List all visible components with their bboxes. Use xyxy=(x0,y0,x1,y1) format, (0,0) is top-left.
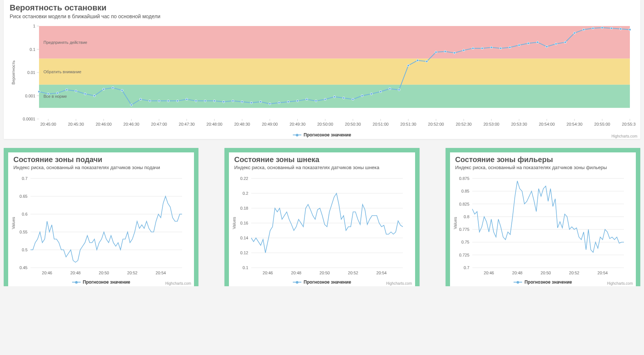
svg-text:0.1: 0.1 xyxy=(243,265,248,270)
svg-point-77 xyxy=(186,98,188,100)
svg-point-117 xyxy=(555,43,557,45)
svg-text:0.22: 0.22 xyxy=(240,176,248,181)
svg-point-67 xyxy=(93,95,96,97)
screw-chart[interactable]: 0.10.120.140.160.180.20.2220:4620:4820:5… xyxy=(229,173,415,286)
svg-point-114 xyxy=(527,42,530,45)
svg-text:0.825: 0.825 xyxy=(459,202,469,206)
svg-text:0.725: 0.725 xyxy=(459,253,469,257)
svg-point-121 xyxy=(592,27,594,29)
svg-text:20:54: 20:54 xyxy=(598,271,608,275)
svg-text:20:46: 20:46 xyxy=(484,271,494,275)
zone-die-card: Состояние зоны фильеры Индекс риска, осн… xyxy=(446,148,640,286)
svg-point-65 xyxy=(75,90,77,92)
svg-point-97 xyxy=(370,93,372,95)
svg-point-64 xyxy=(66,89,68,91)
svg-point-107 xyxy=(463,49,465,51)
svg-text:20:50: 20:50 xyxy=(541,271,551,275)
legend-marker-icon xyxy=(293,134,301,136)
svg-text:20:45:30: 20:45:30 xyxy=(68,122,84,126)
svg-text:Values: Values xyxy=(11,217,16,229)
svg-text:0.875: 0.875 xyxy=(459,176,469,181)
svg-text:20:51:00: 20:51:00 xyxy=(373,122,389,126)
legend-marker-icon xyxy=(72,281,81,284)
chart-credit-link[interactable]: Highcharts.com xyxy=(165,281,191,285)
svg-point-125 xyxy=(629,29,631,31)
panel-subtitle: Риск остановки модели в ближайший час по… xyxy=(4,13,640,22)
card-subtitle: Индекс риска, основанный на показателях … xyxy=(8,164,194,173)
svg-point-68 xyxy=(103,88,105,90)
svg-text:0.18: 0.18 xyxy=(240,206,248,210)
die-chart[interactable]: 0.70.7250.750.7750.80.8250.850.87520:462… xyxy=(450,173,636,286)
svg-text:0.14: 0.14 xyxy=(240,236,248,240)
card-subtitle: Индекс риска, основанный на показателях … xyxy=(229,164,415,173)
svg-point-70 xyxy=(121,89,123,91)
svg-text:0.01: 0.01 xyxy=(27,70,35,75)
svg-text:0.6: 0.6 xyxy=(22,212,27,216)
svg-point-72 xyxy=(139,98,142,100)
svg-point-93 xyxy=(333,96,336,98)
svg-point-78 xyxy=(195,100,197,102)
svg-point-74 xyxy=(158,100,160,102)
card-title: Состояние зоны подачи xyxy=(8,152,194,164)
legend-label: Прогнозное значение xyxy=(304,132,351,138)
svg-text:0.5: 0.5 xyxy=(22,248,27,252)
svg-text:20:54:00: 20:54:00 xyxy=(539,122,555,126)
svg-text:20:49:00: 20:49:00 xyxy=(262,122,278,126)
svg-text:20:54: 20:54 xyxy=(156,271,166,275)
svg-point-100 xyxy=(398,89,400,91)
legend-label: Прогнозное значение xyxy=(524,280,572,285)
svg-rect-2 xyxy=(39,26,630,58)
svg-text:1: 1 xyxy=(33,24,35,28)
svg-text:20:52: 20:52 xyxy=(569,271,579,275)
svg-text:0.45: 0.45 xyxy=(20,265,27,270)
svg-rect-1 xyxy=(39,58,630,84)
svg-text:Все в норме: Все в норме xyxy=(43,94,67,99)
legend[interactable]: Прогнозное значение xyxy=(4,130,640,139)
chart-credit-link[interactable]: Highcharts.com xyxy=(386,281,412,285)
svg-text:20:46:00: 20:46:00 xyxy=(96,122,111,126)
svg-point-83 xyxy=(241,101,243,103)
svg-text:20:54:30: 20:54:30 xyxy=(567,122,583,126)
svg-point-118 xyxy=(564,41,566,43)
svg-text:0.1: 0.1 xyxy=(30,47,35,52)
svg-point-98 xyxy=(379,90,382,93)
svg-text:20:55:30: 20:55:30 xyxy=(622,122,635,126)
svg-text:20:50: 20:50 xyxy=(320,271,330,275)
svg-point-120 xyxy=(583,29,585,31)
svg-point-62 xyxy=(47,93,49,95)
svg-point-84 xyxy=(250,101,252,104)
feed-chart[interactable]: 0.450.50.550.60.650.720:4620:4820:5020:5… xyxy=(8,173,194,286)
svg-text:Предпринять действие: Предпринять действие xyxy=(43,40,87,45)
svg-point-75 xyxy=(167,100,169,102)
zone-feed-card: Состояние зоны подачи Индекс риска, осно… xyxy=(4,148,198,286)
svg-text:0.12: 0.12 xyxy=(240,251,248,255)
svg-text:20:52:30: 20:52:30 xyxy=(456,122,472,126)
svg-point-115 xyxy=(537,41,539,43)
svg-point-79 xyxy=(204,100,206,102)
legend-label: Прогнозное значение xyxy=(83,280,130,285)
svg-text:Обратить внимание: Обратить внимание xyxy=(43,70,81,74)
svg-text:0.775: 0.775 xyxy=(459,227,469,232)
svg-point-76 xyxy=(177,100,179,102)
main-chart[interactable]: Все в нормеОбратить вниманиеПредпринять … xyxy=(4,22,640,139)
svg-text:20:47:30: 20:47:30 xyxy=(179,122,195,126)
svg-point-88 xyxy=(287,101,289,103)
svg-point-103 xyxy=(425,60,428,62)
svg-point-122 xyxy=(601,26,603,29)
svg-point-113 xyxy=(518,44,520,46)
legend-marker-icon xyxy=(514,281,522,284)
svg-point-116 xyxy=(546,45,548,48)
svg-point-85 xyxy=(259,101,262,103)
svg-text:20:52:00: 20:52:00 xyxy=(428,122,444,126)
legend-marker-icon xyxy=(293,281,301,284)
card-title: Состояние зоны шнека xyxy=(229,152,415,164)
svg-point-111 xyxy=(499,47,502,49)
chart-credit-link[interactable]: Highcharts.com xyxy=(612,134,637,138)
zone-screw-card: Состояние зоны шнека Индекс риска, основ… xyxy=(224,148,419,286)
chart-credit-link[interactable]: Highcharts.com xyxy=(607,281,633,285)
legend-label: Прогнозное значение xyxy=(304,280,351,285)
svg-point-92 xyxy=(324,98,326,100)
svg-point-63 xyxy=(56,92,59,94)
svg-text:20:48: 20:48 xyxy=(70,271,81,275)
svg-text:20:47:00: 20:47:00 xyxy=(151,122,167,126)
